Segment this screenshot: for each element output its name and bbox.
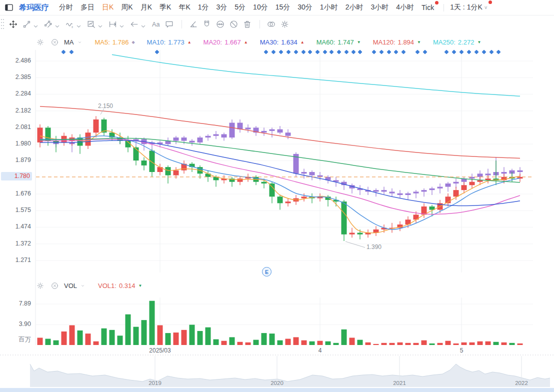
event-marker-diamond[interactable] bbox=[351, 50, 356, 54]
event-marker-diamond[interactable] bbox=[286, 50, 290, 54]
ma-close-icon[interactable] bbox=[50, 37, 60, 47]
delete-drawings-tool-icon[interactable] bbox=[241, 18, 254, 30]
event-marker-diamond[interactable] bbox=[61, 50, 66, 54]
tab-分时[interactable]: 分时 bbox=[59, 3, 73, 12]
chevron-down-icon[interactable] bbox=[120, 21, 124, 30]
vol-settings-gear-icon[interactable] bbox=[35, 280, 45, 290]
price-axis-tick: 1.676 bbox=[0, 190, 31, 197]
pan-tool-icon[interactable] bbox=[7, 18, 20, 30]
tab-3小时[interactable]: 3小时 bbox=[370, 3, 388, 12]
tab-Tick[interactable]: Tick bbox=[422, 4, 434, 12]
wave-tool-icon[interactable]: 3 bbox=[64, 18, 76, 30]
arrow-tool-icon[interactable] bbox=[128, 18, 140, 30]
tab-4小时[interactable]: 4小时 bbox=[396, 3, 414, 12]
toolbar-drag-handle[interactable] bbox=[0, 18, 4, 31]
event-marker-diamond[interactable] bbox=[489, 50, 494, 54]
ma-settings-gear-icon[interactable] bbox=[35, 37, 45, 47]
tab-30分[interactable]: 30分 bbox=[298, 3, 312, 12]
tab-多日[interactable]: 多日 bbox=[80, 3, 94, 12]
tab-年K[interactable]: 年K bbox=[178, 3, 190, 12]
event-marker-diamond[interactable] bbox=[452, 50, 456, 54]
angle-tool-icon[interactable] bbox=[187, 18, 200, 30]
volume-bar bbox=[302, 340, 307, 345]
event-marker-diamond[interactable] bbox=[344, 50, 348, 54]
event-marker-diamond[interactable] bbox=[301, 50, 306, 54]
event-marker-diamond[interactable] bbox=[315, 50, 320, 54]
volume-bar bbox=[38, 338, 43, 345]
event-marker-diamond[interactable] bbox=[278, 50, 283, 54]
magnet-tool-icon[interactable] bbox=[200, 18, 213, 30]
tab-5分[interactable]: 5分 bbox=[234, 3, 246, 12]
tab-日K[interactable]: 日K bbox=[102, 3, 114, 12]
event-marker-diamond[interactable] bbox=[496, 50, 500, 54]
vol-indicator-name: VOL bbox=[64, 282, 77, 290]
earnings-event-marker[interactable]: E bbox=[262, 267, 272, 276]
event-marker-diamond[interactable] bbox=[466, 50, 471, 54]
tab-15分[interactable]: 15分 bbox=[276, 3, 290, 12]
event-marker-diamond[interactable] bbox=[482, 50, 486, 54]
chevron-down-icon[interactable] bbox=[55, 21, 60, 30]
event-marker-diamond[interactable] bbox=[415, 50, 420, 54]
event-marker-diamond[interactable] bbox=[308, 50, 312, 54]
tab-1天 : 1分K[interactable]: 1天 : 1分K˅ bbox=[450, 3, 487, 12]
chevron-down-icon[interactable] bbox=[34, 21, 38, 30]
chart-canvas[interactable] bbox=[0, 0, 554, 392]
tab-10分[interactable]: 10分 bbox=[253, 3, 268, 12]
channel-tool-icon[interactable] bbox=[42, 18, 54, 30]
event-marker-diamond[interactable] bbox=[358, 50, 362, 54]
vol-indicator-selector[interactable]: VOL bbox=[64, 282, 86, 290]
tab-1小时[interactable]: 1小时 bbox=[320, 3, 338, 12]
volume-bar bbox=[102, 328, 107, 345]
event-marker-diamond[interactable] bbox=[444, 50, 448, 54]
chevron-down-icon[interactable]: ˅ bbox=[484, 5, 488, 10]
price-axis-tick: 2.486 bbox=[0, 57, 31, 64]
low-annotation: 1.390 bbox=[366, 244, 382, 250]
event-marker-diamond[interactable] bbox=[69, 50, 74, 54]
vol-close-icon[interactable] bbox=[50, 280, 60, 290]
event-marker-diamond[interactable] bbox=[329, 50, 334, 54]
indicator-value: 1.667 bbox=[224, 38, 241, 46]
event-marker-diamond[interactable] bbox=[294, 50, 298, 54]
volume-axis-tick: 7.89 bbox=[0, 300, 31, 307]
comment-tool-icon[interactable] bbox=[163, 18, 176, 30]
layout-panel-icon[interactable] bbox=[4, 2, 14, 12]
ma-values: MA5:1.786◆MA10:1.773▲MA20:1.667▲MA30:1.6… bbox=[83, 38, 482, 46]
volume-bar bbox=[222, 341, 227, 345]
tab-1分[interactable]: 1分 bbox=[198, 3, 209, 12]
trend-line-tool-icon[interactable] bbox=[20, 18, 33, 30]
pattern-tool-icon[interactable] bbox=[85, 18, 98, 30]
text-tool-icon[interactable]: Aa bbox=[150, 18, 162, 30]
tab-2小时[interactable]: 2小时 bbox=[346, 3, 364, 12]
event-marker-diamond[interactable] bbox=[394, 50, 398, 54]
event-marker-diamond[interactable] bbox=[154, 50, 159, 54]
tab-周K[interactable]: 周K bbox=[121, 3, 132, 12]
volume-bar bbox=[278, 340, 283, 345]
ma-indicator-row: MA MA5:1.786◆MA10:1.773▲MA20:1.667▲MA30:… bbox=[35, 36, 481, 48]
adjust-tool-icon[interactable] bbox=[214, 18, 226, 30]
chevron-down-icon[interactable] bbox=[76, 21, 81, 30]
event-marker-diamond[interactable] bbox=[322, 50, 327, 54]
event-marker-diamond[interactable] bbox=[474, 50, 478, 54]
ma-indicator-selector[interactable]: MA bbox=[64, 38, 83, 46]
measure-tool-icon[interactable] bbox=[106, 18, 119, 30]
event-marker-diamond[interactable] bbox=[264, 50, 268, 54]
settings-tool-icon[interactable] bbox=[278, 18, 291, 30]
chevron-down-icon[interactable] bbox=[141, 21, 146, 30]
event-marker-diamond[interactable] bbox=[379, 50, 384, 54]
volume-bar bbox=[46, 339, 51, 345]
chevron-down-icon[interactable] bbox=[98, 21, 102, 30]
tab-3分[interactable]: 3分 bbox=[216, 3, 228, 12]
event-marker-diamond[interactable] bbox=[401, 50, 406, 54]
object-compare-tool-icon[interactable] bbox=[265, 18, 278, 30]
event-marker-diamond[interactable] bbox=[422, 50, 427, 54]
hide-drawings-tool-icon[interactable] bbox=[228, 18, 240, 30]
stock-name[interactable]: 希玛医疗 bbox=[19, 3, 49, 12]
tab-季K[interactable]: 季K bbox=[160, 3, 171, 12]
ma-indicator-name: MA bbox=[64, 38, 74, 46]
tab-月K[interactable]: 月K bbox=[140, 3, 152, 12]
event-marker-diamond[interactable] bbox=[336, 50, 341, 54]
event-marker-diamond[interactable] bbox=[459, 50, 464, 54]
event-marker-diamond[interactable] bbox=[271, 50, 276, 54]
event-marker-diamond[interactable] bbox=[386, 50, 391, 54]
event-marker-diamond[interactable] bbox=[372, 50, 376, 54]
